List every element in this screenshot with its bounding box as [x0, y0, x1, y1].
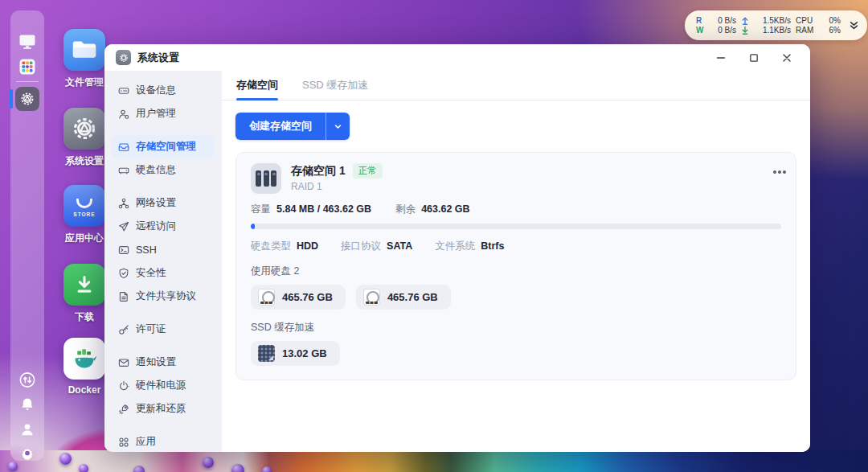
create-storage-dropdown[interactable]	[326, 113, 350, 140]
sidebar-item-user-management[interactable]: 用户管理	[112, 102, 215, 125]
create-storage-button[interactable]: 创建存储空间	[235, 113, 326, 140]
raid-level: RAID 1	[291, 181, 383, 192]
gear-icon	[20, 445, 35, 461]
users-icon	[118, 109, 129, 120]
sidebar-item-security[interactable]: 安全性	[112, 261, 215, 285]
write-label: W	[696, 26, 704, 35]
volume-icon	[251, 163, 281, 194]
shield-check-icon	[118, 268, 129, 279]
desktop-app-download[interactable]: 下载	[61, 264, 108, 324]
sidebar-item-update-restore[interactable]: 更新和还原	[112, 397, 215, 421]
hdd-icon	[363, 289, 380, 306]
sidebar-item-storage-management[interactable]: 存储空间管理	[112, 135, 215, 158]
desktop-app-file-manager[interactable]: 文件管理	[61, 29, 108, 89]
disk-chip[interactable]: 465.76 GB	[251, 285, 346, 310]
bubble	[59, 453, 72, 465]
sidebar-item-applications[interactable]: 应用	[112, 430, 215, 452]
sidebar-item-label: 网络设置	[136, 196, 176, 210]
bubble	[79, 464, 88, 472]
sidebar-item-hardware-power[interactable]: 硬件和电源	[112, 374, 215, 397]
settings-sidebar: 设备信息 用户管理 存储空间管理 硬盘信息 网络设置 远程访问	[104, 71, 222, 452]
monitor-icon	[18, 32, 38, 51]
disk-size: 465.76 GB	[387, 291, 438, 303]
dock-item-system-settings[interactable]	[15, 87, 39, 111]
app-label: 系统设置	[61, 154, 108, 168]
storage-volume-card: 存储空间 1 正常 RAID 1 容量5.84 MB / 463.62 GB 剩…	[235, 152, 796, 380]
disk-chip[interactable]: 465.76 GB	[356, 285, 451, 310]
download-arrow-icon	[741, 26, 749, 35]
store-badge: STORE	[73, 211, 95, 217]
free-label: 剩余	[395, 203, 416, 215]
sidebar-item-notification-settings[interactable]: 通知设置	[112, 351, 215, 374]
docker-whale-icon	[69, 343, 100, 374]
window-app-icon	[116, 50, 131, 65]
volume-details-row: 硬盘类型HDD 接口协议SATA 文件系统Btrfs	[251, 240, 781, 253]
app-label: Docker	[61, 384, 108, 396]
sidebar-item-disk-info[interactable]: 硬盘信息	[112, 158, 215, 182]
close-button[interactable]	[781, 52, 792, 64]
upload-arrow-icon	[741, 16, 749, 25]
maximize-button[interactable]	[748, 52, 760, 64]
sidebar-item-remote-access[interactable]: 远程访问	[112, 215, 215, 238]
sidebar-item-network-settings[interactable]: 网络设置	[112, 191, 215, 215]
app-launcher-button[interactable]	[18, 57, 37, 76]
minimize-icon	[716, 53, 726, 63]
free-value: 463.62 GB	[421, 203, 469, 215]
tab-storage-space[interactable]: 存储空间	[236, 71, 278, 100]
create-storage-split-button[interactable]: 创建存储空间	[235, 113, 350, 140]
system-stats-widget[interactable]: R 0 B/s 1.5KB/s CPU 0% W 0 B/s 1.1KB/s R…	[685, 10, 867, 40]
user-account-button[interactable]	[19, 421, 35, 437]
show-desktop-button[interactable]	[18, 32, 38, 51]
document-icon	[118, 291, 129, 302]
sidebar-item-file-sharing-protocols[interactable]: 文件共享协议	[112, 285, 215, 308]
bubble	[133, 466, 145, 472]
user-icon	[19, 421, 35, 437]
gear-icon	[71, 115, 98, 142]
capacity-value: 5.84 MB / 463.62 GB	[276, 203, 371, 215]
sidebar-item-label: 硬盘信息	[136, 163, 176, 177]
network-icon	[118, 198, 129, 209]
more-options-button[interactable]	[778, 170, 781, 174]
sidebar-item-license[interactable]: 许可证	[112, 318, 215, 341]
paper-plane-icon	[118, 221, 129, 232]
write-value: 0 B/s	[709, 26, 736, 35]
minimize-button[interactable]	[715, 52, 727, 64]
rocket-icon	[118, 404, 129, 415]
settings-button[interactable]	[20, 445, 35, 461]
apps-grid-icon	[118, 437, 129, 448]
tab-ssd-cache[interactable]: SSD 缓存加速	[302, 71, 368, 100]
settings-content: 存储空间 SSD 缓存加速 创建存储空间	[222, 71, 810, 452]
bell-icon	[19, 396, 35, 412]
tab-bar: 存储空间 SSD 缓存加速	[222, 71, 810, 101]
bubble	[231, 464, 244, 472]
system-settings-window: 系统设置 设备信息 用户管理 存储空	[104, 44, 810, 452]
sidebar-item-ssh[interactable]: SSH	[112, 238, 215, 261]
sidebar-item-device-info[interactable]: 设备信息	[112, 79, 215, 102]
bubble	[203, 457, 214, 468]
protocol-label: 接口协议	[341, 240, 381, 252]
sidebar-item-label: 更新和还原	[136, 402, 186, 416]
ssd-chip[interactable]: 13.02 GB	[251, 341, 340, 366]
app-label: 下载	[61, 310, 108, 324]
sidebar-item-label: 远程访问	[136, 220, 176, 233]
capacity-row: 容量5.84 MB / 463.62 GB 剩余463.62 GB	[251, 203, 781, 216]
sidebar-item-label: SSH	[136, 244, 157, 256]
app-label: 应用中心	[61, 232, 108, 245]
disk-size: 465.76 GB	[282, 291, 333, 303]
desktop-app-app-center[interactable]: STORE 应用中心	[61, 185, 108, 245]
transfer-tasks-button[interactable]	[19, 371, 36, 388]
protocol-value: SATA	[387, 240, 412, 252]
maximize-icon	[749, 53, 759, 63]
capacity-label: 容量	[251, 203, 271, 215]
ssd-icon	[258, 345, 275, 362]
notifications-button[interactable]	[19, 396, 35, 412]
ssd-chip-list: 13.02 GB	[251, 341, 781, 366]
wallpaper-stripes	[0, 450, 868, 472]
bubble	[262, 466, 272, 472]
desktop-app-system-settings[interactable]: 系统设置	[61, 108, 108, 168]
collapse-chevrons-icon[interactable]	[849, 20, 859, 31]
window-titlebar[interactable]: 系统设置	[104, 44, 810, 71]
dock	[10, 10, 44, 461]
desktop-app-docker[interactable]: Docker	[61, 338, 108, 396]
terminal-icon	[118, 244, 129, 256]
